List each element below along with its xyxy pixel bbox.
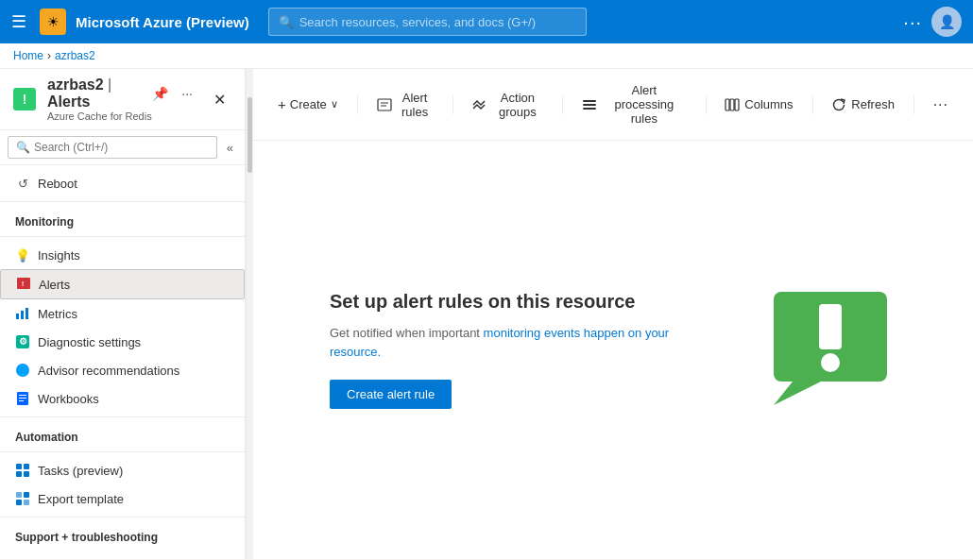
global-search-input[interactable] [299, 15, 576, 29]
insights-icon: 💡 [15, 247, 30, 263]
search-icon: 🔍 [279, 15, 294, 29]
tasks-icon [15, 463, 30, 478]
page-title-group: azrbas2 | Alerts 📌 ··· Azure Cache for R… [47, 76, 196, 122]
create-chevron-icon: ∨ [331, 98, 338, 110]
create-button[interactable]: + Create ∨ [268, 92, 348, 117]
action-groups-button[interactable]: Action groups [462, 86, 553, 124]
sidebar-item-advisor[interactable]: 🌐 Advisor recommendations [0, 356, 245, 384]
breadcrumb-separator: › [47, 49, 51, 62]
empty-state-description: Get notified when important monitoring e… [330, 324, 689, 361]
svg-rect-20 [24, 500, 29, 505]
main-layout: ! azrbas2 | Alerts 📌 ··· Azure Cache for… [0, 69, 973, 559]
refresh-button[interactable]: Refresh [822, 92, 904, 117]
plus-icon: + [278, 96, 286, 112]
sidebar-search-icon: 🔍 [16, 141, 30, 154]
create-alert-rule-button[interactable]: Create alert rule [330, 380, 452, 409]
svg-rect-24 [583, 100, 596, 102]
svg-rect-11 [19, 398, 26, 399]
empty-state-link[interactable]: monitoring events happen on your resourc… [330, 326, 669, 359]
sidebar-scroll-track[interactable] [247, 69, 253, 559]
content-toolbar: + Create ∨ Alert rules [253, 69, 973, 141]
sidebar-item-export[interactable]: Export template [0, 484, 245, 513]
sidebar-item-reboot[interactable]: ↺ Reboot [0, 169, 245, 197]
resource-header: ! azrbas2 | Alerts 📌 ··· Azure Cache for… [0, 69, 245, 130]
content-area: + Create ∨ Alert rules [253, 69, 973, 559]
content-body: Set up alert rules on this resource Get … [253, 141, 973, 559]
resource-alert-icon: ! [13, 88, 36, 110]
avatar[interactable]: 👤 [931, 7, 962, 37]
alert-rules-button[interactable]: Alert rules [367, 86, 443, 124]
hamburger-icon[interactable]: ☰ [11, 11, 26, 32]
toolbar-more-button[interactable]: ··· [924, 92, 958, 118]
svg-rect-18 [24, 492, 29, 498]
svg-rect-29 [735, 99, 739, 110]
sidebar-item-workbooks[interactable]: Workbooks [0, 384, 245, 413]
global-search-bar[interactable]: 🔍 [268, 8, 587, 36]
sidebar-scrollbar[interactable] [246, 69, 253, 559]
svg-rect-26 [583, 108, 596, 110]
svg-rect-10 [19, 395, 26, 396]
sidebar-search-input[interactable] [34, 141, 209, 154]
sidebar-scroll-thumb[interactable] [248, 97, 252, 173]
svg-rect-21 [378, 99, 391, 110]
toolbar-divider-6 [913, 95, 914, 114]
svg-text:!: ! [22, 280, 25, 288]
columns-icon [725, 96, 740, 112]
svg-rect-2 [16, 314, 19, 319]
sidebar-search-bar[interactable]: 🔍 [8, 136, 217, 159]
resource-more-icon[interactable]: ··· [178, 86, 196, 101]
svg-marker-33 [774, 382, 821, 405]
alert-icon-svg [764, 287, 896, 410]
monitoring-divider2 [0, 236, 245, 237]
svg-rect-13 [16, 464, 22, 469]
collapse-sidebar-icon[interactable]: « [223, 139, 237, 157]
topbar-more-icon[interactable]: ··· [903, 11, 922, 33]
sidebar-item-alerts[interactable]: ! Alerts [0, 269, 245, 299]
alert-processing-button[interactable]: Alert processing rules [572, 78, 695, 130]
sidebar-item-insights[interactable]: 💡 Insights [0, 241, 245, 269]
support-divider [0, 517, 245, 518]
breadcrumb: Home › azrbas2 [0, 43, 973, 69]
pin-icon[interactable]: 📌 [148, 86, 172, 101]
toolbar-divider-2 [452, 95, 453, 114]
toolbar-divider-5 [812, 95, 813, 114]
breadcrumb-home[interactable]: Home [13, 49, 43, 62]
toolbar-dots-icon: ··· [933, 96, 948, 113]
resource-subtitle: Azure Cache for Redis [47, 110, 196, 122]
app-title: Microsoft Azure (Preview) [76, 14, 249, 30]
alert-illustration [764, 287, 896, 414]
automation-divider [0, 416, 245, 417]
svg-point-32 [821, 353, 840, 372]
close-icon[interactable]: ✕ [208, 91, 231, 109]
sidebar-toolbar: 🔍 « [0, 130, 245, 165]
svg-rect-14 [24, 464, 29, 469]
svg-rect-4 [26, 308, 28, 319]
svg-rect-28 [730, 99, 734, 110]
advisor-icon: 🌐 [15, 363, 30, 378]
azure-sun-icon: ☀ [40, 8, 66, 35]
sidebar-item-metrics[interactable]: Metrics [0, 299, 245, 328]
svg-text:🌐: 🌐 [17, 365, 29, 377]
metrics-icon [15, 306, 30, 321]
alerts-icon: ! [16, 277, 31, 292]
sidebar-item-diagnostic[interactable]: ⚙ Diagnostic settings [0, 328, 245, 356]
topbar: ☰ ☀ Microsoft Azure (Preview) 🔍 ··· 👤 [0, 0, 973, 43]
alert-rules-icon [377, 96, 392, 112]
monitoring-section-label: Monitoring [0, 206, 245, 232]
alert-processing-icon [582, 96, 597, 112]
refresh-icon [831, 96, 846, 112]
sidebar: ! azrbas2 | Alerts 📌 ··· Azure Cache for… [0, 69, 246, 559]
columns-button[interactable]: Columns [715, 92, 802, 117]
diagnostic-icon: ⚙ [15, 334, 30, 349]
workbooks-icon [15, 391, 30, 406]
sidebar-item-tasks[interactable]: Tasks (preview) [0, 456, 245, 484]
support-section-label: Support + troubleshooting [0, 521, 245, 548]
empty-state-title: Set up alert rules on this resource [330, 291, 689, 313]
empty-state: Set up alert rules on this resource Get … [330, 291, 689, 409]
svg-rect-17 [16, 492, 22, 498]
svg-rect-19 [16, 500, 22, 505]
toolbar-divider-1 [357, 95, 358, 114]
breadcrumb-resource[interactable]: azrbas2 [55, 49, 95, 62]
svg-rect-15 [16, 471, 22, 477]
automation-section-label: Automation [0, 421, 245, 448]
